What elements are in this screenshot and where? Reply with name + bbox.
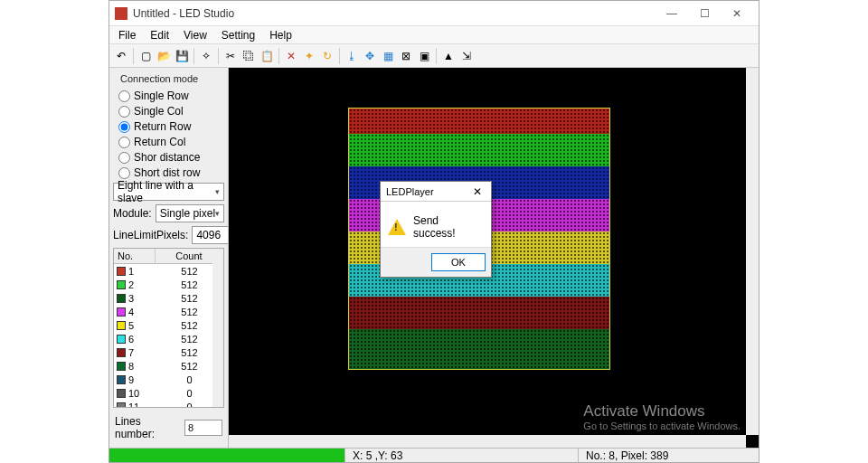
color-swatch (117, 375, 126, 384)
cut-icon[interactable]: ✂ (222, 48, 239, 64)
dialog-title: LEDPlayer (386, 186, 469, 197)
menu-help[interactable]: Help (264, 27, 297, 43)
led-stripe (349, 297, 609, 329)
color-swatch (117, 335, 126, 344)
color-swatch (117, 307, 126, 317)
warning-icon (388, 219, 406, 235)
progress-bar (109, 449, 344, 462)
channel-table: No. Count 151225123512451255126512751285… (113, 248, 224, 408)
lines-number-label: Lines number: (115, 415, 179, 440)
refresh-icon[interactable]: ↻ (319, 48, 335, 64)
table-row[interactable]: 6512 (114, 332, 223, 345)
table-row[interactable]: 90 (114, 373, 223, 386)
menu-file[interactable]: File (113, 27, 141, 43)
box-x-icon[interactable]: ⊠ (398, 48, 414, 64)
table-row[interactable]: 100 (114, 386, 223, 400)
module-label: Module: (113, 207, 152, 220)
table-row[interactable]: 7512 (114, 345, 223, 359)
radio-single-row[interactable]: Single Row (118, 90, 219, 102)
window-title: Untitled - LED Studio (133, 7, 656, 20)
linelimit-label: LineLimitPixels: (113, 229, 188, 241)
table-row[interactable]: 3512 (114, 291, 223, 305)
horizontal-scrollbar[interactable] (229, 435, 746, 448)
led-stripe (349, 329, 609, 370)
grid-icon[interactable]: ▦ (380, 48, 396, 64)
app-icon (115, 7, 127, 20)
canvas[interactable]: Activate Windows Go to Settings to activ… (229, 68, 759, 448)
move-icon[interactable]: ✥ (362, 48, 378, 64)
color-swatch (117, 402, 126, 409)
radio-return-row[interactable]: Return Row (118, 120, 219, 133)
toolbar: ↶ ▢ 📂 💾 ✧ ✂ ⿻ 📋 ✕ ✦ ↻ ⭳ ✥ ▦ ⊠ ▣ ▲ ⇲ (109, 44, 759, 68)
table-row[interactable]: 1512 (114, 264, 223, 278)
vertical-scrollbar[interactable] (746, 68, 759, 435)
frame-icon[interactable]: ▣ (416, 48, 432, 64)
save-icon[interactable]: 💾 (174, 48, 190, 64)
color-swatch (117, 280, 126, 289)
export-icon[interactable]: ⇲ (458, 48, 475, 64)
open-icon[interactable]: 📂 (156, 48, 172, 64)
color-swatch (117, 267, 126, 276)
color-swatch (117, 389, 126, 398)
color-swatch (117, 294, 126, 303)
dialog: LEDPlayer ✕ Send success! OK (380, 181, 492, 278)
table-row[interactable]: 4512 (114, 305, 223, 318)
led-stripe (349, 109, 609, 134)
linelimit-combo[interactable]: 4096 (192, 226, 229, 244)
col-no: No. (114, 249, 156, 263)
dialog-message: Send success! (413, 214, 484, 240)
maximize-button[interactable]: ☐ (688, 4, 721, 24)
menu-edit[interactable]: Edit (145, 27, 175, 43)
menubar: File Edit View Setting Help (109, 26, 759, 44)
status-pixel: No.: 8, Pixel: 389 (578, 449, 759, 462)
undo-icon[interactable]: ↶ (113, 48, 129, 64)
menu-view[interactable]: View (178, 27, 212, 43)
new-icon[interactable]: ▢ (137, 48, 154, 64)
connection-mode-radios: Single RowSingle ColReturn RowReturn Col… (113, 90, 224, 179)
close-button[interactable]: ✕ (721, 4, 753, 24)
dialog-close-button[interactable]: ✕ (469, 185, 486, 198)
menu-setting[interactable]: Setting (216, 27, 260, 43)
table-row[interactable]: 5512 (114, 318, 223, 332)
dialog-ok-button[interactable]: OK (431, 253, 486, 271)
wizard-icon[interactable]: ✧ (198, 48, 214, 64)
radio-shor-distance[interactable]: Shor distance (118, 151, 219, 164)
lines-number-input[interactable] (184, 420, 222, 436)
sidebar: Connection mode Single RowSingle ColRetu… (109, 68, 229, 448)
paste-icon[interactable]: 📋 (259, 48, 275, 64)
delete-icon[interactable]: ✕ (283, 48, 299, 64)
titlebar: Untitled - LED Studio — ☐ ✕ (109, 1, 759, 26)
color-swatch (117, 321, 126, 330)
radio-single-col[interactable]: Single Col (118, 105, 219, 118)
radio-short-dist-row[interactable]: Short dist row (118, 166, 219, 179)
line-config-combo[interactable]: Eight line with a slave (113, 183, 224, 201)
color-swatch (117, 362, 126, 371)
module-combo[interactable]: Single pixel (156, 204, 224, 222)
minimize-button[interactable]: — (656, 4, 688, 24)
led-stripe (349, 134, 609, 166)
connection-mode-label: Connection mode (113, 71, 224, 86)
send-icon[interactable]: ⭳ (344, 48, 360, 64)
windows-watermark: Activate Windows Go to Settings to activ… (583, 402, 741, 431)
status-coord: X: 5 ,Y: 63 (344, 449, 578, 462)
table-row[interactable]: 2512 (114, 278, 223, 291)
table-row[interactable]: 8512 (114, 359, 223, 373)
color-swatch (117, 348, 126, 357)
copy-icon[interactable]: ⿻ (241, 48, 257, 64)
radio-return-col[interactable]: Return Col (118, 136, 219, 148)
camera-icon[interactable]: ▲ (440, 48, 457, 64)
star-icon[interactable]: ✦ (301, 48, 317, 64)
table-scrollbar[interactable] (212, 249, 223, 407)
table-row[interactable]: 110 (114, 400, 223, 408)
statusbar: X: 5 ,Y: 63 No.: 8, Pixel: 389 (109, 448, 759, 462)
